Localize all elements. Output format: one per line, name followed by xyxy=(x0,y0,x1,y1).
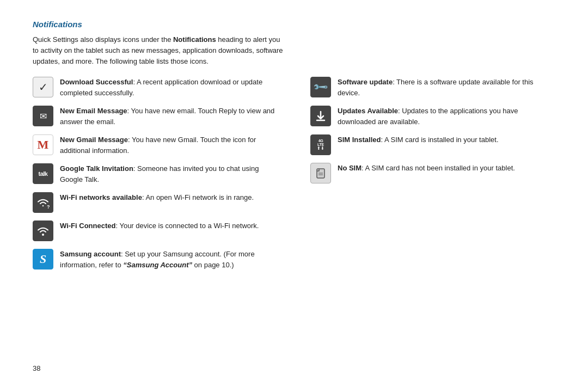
list-item: Wi-Fi Connected: Your device is connecte… xyxy=(33,220,278,241)
left-column: ✓ Download Successful: A recent applicat… xyxy=(33,77,294,356)
svg-point-1 xyxy=(42,234,44,236)
intro-text: Quick Settings also displays icons under… xyxy=(33,34,283,67)
page: Notifications Quick Settings also displa… xyxy=(0,0,588,392)
svg-text:?: ? xyxy=(47,204,50,209)
right-column: 🔧 Software update: There is a software u… xyxy=(294,77,555,356)
samsung-account-icon: S xyxy=(33,249,53,270)
google-talk-text: Google Talk Invitation: Someone has invi… xyxy=(60,163,278,185)
samsung-account-text: Samsung account: Set up your Samsung acc… xyxy=(60,249,278,270)
list-item: 🔧 Software update: There is a software u… xyxy=(310,77,555,98)
new-email-icon: ✉ xyxy=(33,106,53,126)
content-columns: ✓ Download Successful: A recent applicat… xyxy=(33,77,555,356)
wifi-connected-svg xyxy=(36,225,50,237)
wifi-available-text: Wi-Fi networks available: An open Wi-Fi … xyxy=(60,192,278,203)
list-item: ? Wi-Fi networks available: An open Wi-F… xyxy=(33,192,278,213)
page-number: 38 xyxy=(33,356,555,372)
download-successful-text: Download Successful: A recent applicatio… xyxy=(60,77,278,98)
google-talk-icon: talk xyxy=(33,163,53,184)
new-email-text: New Email Message: You have new email. T… xyxy=(60,106,278,127)
wifi-question-svg: ? xyxy=(36,197,50,209)
no-sim-svg xyxy=(314,167,327,180)
wifi-available-icon: ? xyxy=(33,192,53,213)
new-gmail-text: New Gmail Message: You have new Gmail. T… xyxy=(60,134,278,156)
no-sim-text: No SIM: A SIM card has not been installe… xyxy=(338,163,555,174)
download-successful-icon: ✓ xyxy=(33,77,53,97)
list-item: talk Google Talk Invitation: Someone has… xyxy=(33,163,278,185)
list-item: ✉ New Email Message: You have new email.… xyxy=(33,106,278,127)
list-item: ✓ Download Successful: A recent applicat… xyxy=(33,77,278,98)
list-item: M New Gmail Message: You have new Gmail.… xyxy=(33,134,278,156)
software-update-icon: 🔧 xyxy=(310,77,331,97)
sim-installed-icon: 4G LTE ⬆⬇ xyxy=(310,134,331,155)
list-item: No SIM: A SIM card has not been installe… xyxy=(310,163,555,183)
section-title: Notifications xyxy=(33,20,555,29)
download-arrow-svg xyxy=(314,109,327,122)
updates-available-icon xyxy=(310,106,331,126)
wifi-connected-icon xyxy=(33,220,53,241)
list-item: Updates Available: Updates to the applic… xyxy=(310,106,555,127)
list-item: S Samsung account: Set up your Samsung a… xyxy=(33,249,278,270)
new-gmail-icon: M xyxy=(33,134,53,155)
no-sim-icon xyxy=(310,163,331,183)
updates-available-text: Updates Available: Updates to the applic… xyxy=(338,106,555,127)
software-update-text: Software update: There is a software upd… xyxy=(338,77,555,98)
sim-installed-text: SIM Installed: A SIM card is installed i… xyxy=(338,134,555,145)
list-item: 4G LTE ⬆⬇ SIM Installed: A SIM card is i… xyxy=(310,134,555,155)
wifi-connected-text: Wi-Fi Connected: Your device is connecte… xyxy=(60,220,278,231)
